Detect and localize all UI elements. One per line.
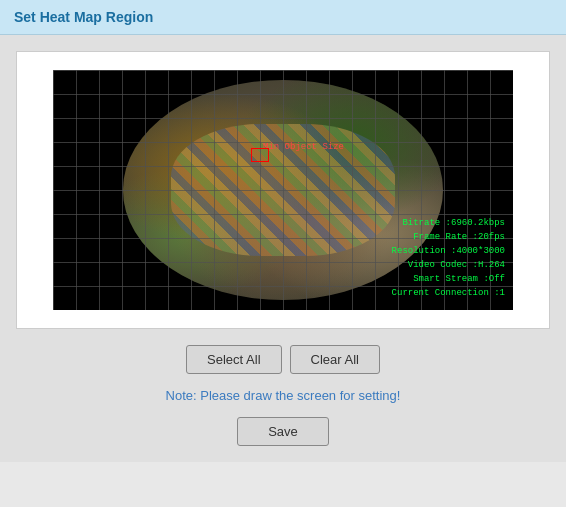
page-header: Set Heat Map Region [0, 0, 566, 35]
note-text: Note: Please draw the screen for setting… [166, 388, 401, 403]
video-container: Min Object Size Bitrate :6960.2kbps Fram… [16, 51, 550, 329]
min-object-box [251, 148, 269, 162]
osd-connection: Current Connection :1 [392, 286, 505, 300]
select-all-button[interactable]: Select All [186, 345, 281, 374]
video-frame: Min Object Size Bitrate :6960.2kbps Fram… [53, 70, 513, 310]
osd-stats: Bitrate :6960.2kbps Frame Rate :20fps Re… [392, 216, 505, 300]
osd-smart-stream: Smart Stream :Off [392, 272, 505, 286]
osd-min-object-label: Min Object Size [263, 140, 344, 154]
page-title: Set Heat Map Region [14, 9, 153, 25]
osd-resolution: Resolution :4000*3000 [392, 244, 505, 258]
main-content: Min Object Size Bitrate :6960.2kbps Fram… [0, 35, 566, 462]
action-buttons: Select All Clear All [186, 345, 380, 374]
osd-framerate: Frame Rate :20fps [392, 230, 505, 244]
osd-bitrate: Bitrate :6960.2kbps [392, 216, 505, 230]
save-button[interactable]: Save [237, 417, 329, 446]
osd-codec: Video Codec :H.264 [392, 258, 505, 272]
clear-all-button[interactable]: Clear All [290, 345, 380, 374]
